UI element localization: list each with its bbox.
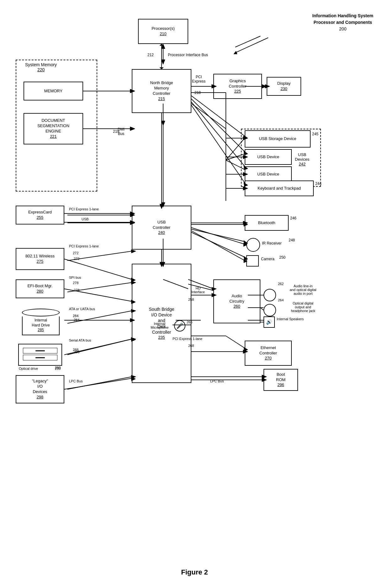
ir-receiver-circle <box>246 238 260 252</box>
internal-speakers-label: Internal Speakers <box>277 317 304 321</box>
pci-express-ethernet-label: PCI Express 1-lane <box>173 337 202 341</box>
svg-line-120 <box>235 38 268 53</box>
pci-express-1lane-1-label: PCI Express 1-lane <box>69 207 99 211</box>
svg-marker-35 <box>131 250 136 253</box>
ref-262: 262 <box>278 282 284 286</box>
north-bridge-box: North Bridge Memory Controller 215 <box>132 69 191 113</box>
processor-box: Processor(s) 210 <box>138 19 188 44</box>
doc-seg-box: DOCUMENT SEGMENTATION ENGINE 221 <box>24 113 83 144</box>
ref-272b: 272 <box>73 251 78 255</box>
ref-284: 284 <box>74 318 79 322</box>
usb-devices-group <box>241 129 321 187</box>
audio-in-circle <box>264 289 276 301</box>
audio-out-circle <box>264 304 276 316</box>
svg-line-18 <box>191 99 245 152</box>
expresscard-box: ExpressCard 255 <box>16 206 64 224</box>
svg-line-91 <box>191 231 245 261</box>
audio-in-label: Audio line-in and optical digital audio … <box>278 284 328 295</box>
ref-264: 264 <box>278 298 284 302</box>
audio-out-label: Optical digital output and headphone jac… <box>278 301 328 313</box>
ethernet-box: Ethernet Controller 270 <box>245 341 292 366</box>
ref-266: 266 <box>187 320 192 324</box>
ata-bus-label: ATA or UATA bus <box>69 307 95 311</box>
ref-290b: 290 <box>55 366 61 370</box>
svg-line-10 <box>191 104 226 129</box>
internal-speakers-box: 🔊 <box>264 316 275 328</box>
svg-line-26 <box>191 229 245 242</box>
ref-212: 212 <box>147 53 154 57</box>
internal-mic-circle: 🎤 <box>174 320 185 332</box>
camera-box <box>246 255 259 267</box>
optical-drive-box <box>18 344 62 366</box>
figure-label: Figure 2 <box>6 568 383 583</box>
ir-receiver-label: IR Receiver <box>262 241 282 245</box>
serial-ata-bus-label: Serial ATA bus <box>69 338 91 342</box>
keyboard-box: Keyboard and Trackpad <box>245 181 314 196</box>
system-memory-label: System Memory220 <box>25 62 57 72</box>
processor-interface-bus-label: Processor Interface Bus <box>168 53 208 57</box>
svg-marker-7 <box>262 84 267 88</box>
hd-interface-label: HD Interface <box>191 286 205 294</box>
usb-label-1: USB <box>82 217 89 221</box>
ref-278: 278 <box>74 288 79 292</box>
svg-line-48 <box>226 336 245 348</box>
internal-mic-label: Internal Microphone <box>151 322 168 329</box>
svg-marker-9 <box>161 121 165 126</box>
ref-288b: 288 <box>73 348 78 352</box>
ref-258: 258 <box>188 298 194 301</box>
display-box: Display 230 <box>267 77 301 96</box>
ref-218: 218 <box>194 90 201 95</box>
ref-244: 244 <box>315 181 322 186</box>
svg-line-22 <box>191 105 245 184</box>
svg-marker-121 <box>234 51 237 54</box>
ref-268: 268 <box>188 344 194 348</box>
svg-marker-3 <box>161 44 165 49</box>
spi-bus-label: SPI bus <box>69 276 81 279</box>
svg-line-28 <box>191 232 245 257</box>
svg-marker-67 <box>130 127 135 131</box>
ref-246: 246 <box>290 216 296 220</box>
legacy-io-box: "Legacy" I/O Devices 298 <box>16 375 64 403</box>
ref-284b: 284 <box>73 314 78 318</box>
usb-controller-box: USB Controller 240 <box>132 206 191 250</box>
ref-219: 219 <box>113 129 119 134</box>
audio-box: Audio Circuitry 260 <box>213 279 260 323</box>
svg-line-42 <box>67 377 132 389</box>
optical-drive-label: Optical drive <box>19 367 38 370</box>
ref-272: 272 <box>74 257 79 261</box>
pci-express-label: PCI Express <box>192 75 205 84</box>
diagram-title: Information Handling System Processor an… <box>312 13 373 32</box>
efi-boot-box: EFI-Boot Mgr. 280 <box>16 279 64 298</box>
boot-rom-box: Boot ROM 296 <box>264 369 298 391</box>
pci-express-1lane-2-label: PCI Express 1-lane <box>69 244 99 248</box>
svg-marker-72 <box>160 44 163 46</box>
memory-box: MEMORY <box>24 82 83 100</box>
lpc-bus-right-label: LPC Bus <box>210 379 224 383</box>
svg-line-0 <box>235 36 260 47</box>
lpc-bus-left-label: LPC Bus <box>69 379 83 383</box>
ref-278b: 278 <box>73 281 78 285</box>
ref-248: 248 <box>289 238 295 242</box>
graphics-controller-box: Graphics Controller 225 <box>213 74 262 99</box>
camera-label: Camera <box>261 257 274 261</box>
bluetooth-box: Bluetooth <box>245 215 289 231</box>
ref-250: 250 <box>279 255 285 260</box>
svg-line-20 <box>191 102 245 167</box>
svg-line-116 <box>260 308 264 310</box>
wireless-box: 802.11 Wireless 275 <box>16 248 64 270</box>
hard-drive-cylinder: InternalHard Drive285 <box>16 305 66 339</box>
svg-line-16 <box>191 96 245 137</box>
svg-line-89 <box>191 228 245 244</box>
svg-marker-63 <box>130 127 135 131</box>
svg-marker-2 <box>161 60 165 64</box>
